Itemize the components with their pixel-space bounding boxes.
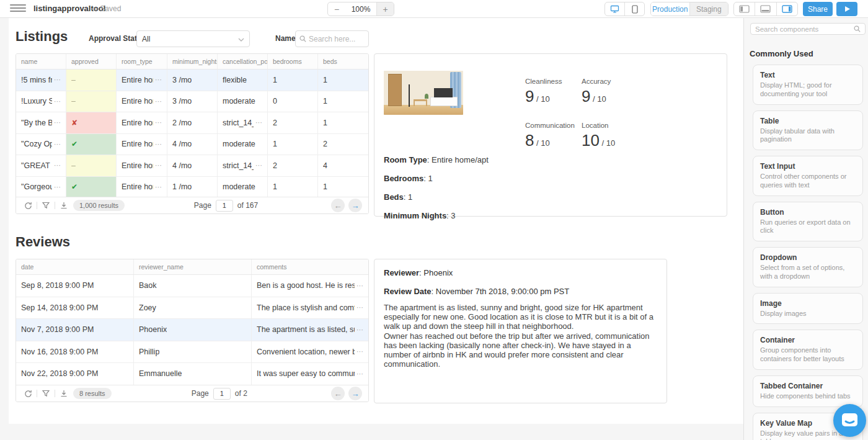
next-page-button[interactable]: → (348, 199, 362, 212)
review-row[interactable]: Sep 14, 2018 9:00 PMZoeyThe place is sty… (16, 297, 368, 320)
prev-page-button[interactable]: ← (331, 199, 345, 212)
cell-overflow-icon[interactable]: ⋯ (356, 326, 363, 334)
filter-icon[interactable] (40, 388, 51, 399)
component-card-dropdown[interactable]: DropdownSelect from a set of options, wi… (753, 247, 863, 287)
cell-bedrooms[interactable]: 2 (268, 155, 318, 176)
cell-room-type[interactable]: Entire home⋯ (117, 70, 167, 91)
cell-room-type[interactable]: Entire home⋯ (117, 155, 167, 176)
cell-cancellation-policy[interactable]: flexible (218, 70, 268, 91)
cell-overflow-icon[interactable]: ⋯ (155, 97, 162, 106)
component-card-tabbed-container[interactable]: Tabbed ContainerHide components behind t… (753, 375, 863, 407)
share-button[interactable]: Share (803, 2, 833, 16)
cell-date[interactable]: Nov 7, 2018 9:00 PM (16, 319, 134, 341)
cell-bedrooms[interactable]: 2 (268, 112, 318, 133)
cell-name[interactable]: !Luxury Stu⋯ (16, 91, 66, 112)
cell-overflow-icon[interactable]: ⋯ (255, 161, 262, 169)
run-button[interactable] (836, 2, 857, 16)
cell-beds[interactable]: 1 (318, 177, 368, 198)
cell-bedrooms[interactable]: 0 (268, 91, 318, 112)
refresh-icon[interactable] (22, 388, 33, 399)
cell-minimum-nights[interactable]: 3 /mo (167, 70, 218, 91)
next-page-button[interactable]: → (348, 387, 362, 400)
cell-reviewer-name[interactable]: Zoey (134, 297, 252, 319)
cell-minimum-nights[interactable]: 3 /mo (167, 91, 218, 112)
cell-overflow-icon[interactable]: ⋯ (356, 348, 363, 356)
download-icon[interactable] (58, 388, 69, 399)
cell-bedrooms[interactable]: 1 (268, 177, 318, 198)
hamburger-menu-icon[interactable] (10, 4, 26, 14)
cell-beds[interactable]: 1 (318, 112, 368, 133)
cell-room-type[interactable]: Entire home⋯ (117, 91, 167, 112)
component-card-table[interactable]: TableDisplay tabular data with paginatio… (753, 110, 863, 151)
column-header-cancellation_poli...[interactable]: cancellation_poli... (218, 54, 268, 69)
page-number-input[interactable] (216, 200, 233, 212)
mobile-view-button[interactable] (624, 2, 644, 16)
components-search-input[interactable] (755, 25, 854, 33)
staging-button[interactable]: Staging (689, 2, 728, 16)
cell-reviewer-name[interactable]: Phillip (134, 341, 252, 363)
component-card-text-input[interactable]: Text InputControl other components or qu… (753, 156, 863, 196)
cell-name[interactable]: "Gorgeous a⋯ (16, 177, 66, 198)
cell-beds[interactable]: 4 (318, 155, 368, 176)
column-header-beds[interactable]: beds (318, 54, 368, 69)
cell-overflow-icon[interactable]: ⋯ (155, 183, 162, 191)
cell-beds[interactable]: 1 (318, 91, 368, 112)
cell-overflow-icon[interactable]: ⋯ (155, 140, 162, 148)
review-row[interactable]: Nov 16, 2018 9:00 PMPhillipConvenient lo… (16, 341, 368, 364)
chat-support-button[interactable] (833, 404, 866, 437)
cell-reviewer-name[interactable]: Emmanuelle (134, 363, 252, 385)
refresh-icon[interactable] (22, 200, 33, 211)
listings-search-input[interactable] (309, 35, 363, 43)
cell-overflow-icon[interactable]: ⋯ (155, 161, 162, 169)
column-header-room_type[interactable]: room_type (117, 54, 167, 69)
cell-comments[interactable]: The place is stylish and comfortable.⋯ (252, 297, 368, 319)
cell-bedrooms[interactable]: 1 (268, 134, 318, 155)
cell-date[interactable]: Nov 16, 2018 9:00 PM (16, 341, 134, 363)
cell-date[interactable]: Nov 22, 2018 9:00 PM (16, 363, 134, 385)
cell-cancellation-policy[interactable]: moderate (218, 134, 268, 155)
column-header-reviewer_name[interactable]: reviewer_name (134, 259, 252, 274)
column-header-date[interactable]: date (16, 259, 134, 274)
cell-approved[interactable]: – (66, 91, 117, 112)
cell-beds[interactable]: 1 (318, 70, 368, 91)
cell-approved[interactable]: – (66, 155, 117, 176)
cell-room-type[interactable]: Entire home⋯ (117, 134, 167, 155)
cell-comments[interactable]: It was super easy to communicate wi⋯ (252, 363, 368, 385)
cell-beds[interactable]: 2 (318, 134, 368, 155)
desktop-view-button[interactable] (605, 2, 624, 16)
cell-name[interactable]: !5 mins fron⋯ (16, 70, 66, 91)
listing-row[interactable]: !Luxury Stu⋯–Entire home⋯3 /momoderate01 (16, 91, 368, 113)
cell-overflow-icon[interactable]: ⋯ (356, 282, 363, 290)
cell-reviewer-name[interactable]: Phoenix (134, 319, 252, 341)
cell-date[interactable]: Sep 8, 2018 9:00 PM (16, 275, 134, 297)
cell-room-type[interactable]: Entire home⋯ (117, 177, 167, 198)
component-card-container[interactable]: ContainerGroup components into container… (753, 330, 863, 370)
toggle-bottom-panel-button[interactable] (755, 2, 776, 16)
component-card-text[interactable]: TextDisplay HTML; good for documenting y… (753, 65, 863, 105)
cell-name[interactable]: "By the Bay⋯ (16, 112, 66, 133)
cell-comments[interactable]: Ben is a good host. He is responsive a⋯ (252, 275, 368, 297)
page-number-input[interactable] (213, 388, 231, 400)
prev-page-button[interactable]: ← (331, 387, 345, 400)
review-row[interactable]: Nov 22, 2018 9:00 PMEmmanuelleIt was sup… (16, 363, 368, 385)
listing-row[interactable]: "Cozy Oper⋯✔Entire home⋯4 /momoderate12 (16, 134, 368, 156)
column-header-comments[interactable]: comments (252, 259, 368, 274)
listing-row[interactable]: "By the Bay⋯✘Entire home⋯2 /mostrict_14_… (16, 112, 368, 134)
cell-cancellation-policy[interactable]: strict_14_w⋯ (218, 112, 268, 133)
toggle-left-panel-button[interactable] (734, 2, 755, 16)
cell-reviewer-name[interactable]: Baok (134, 275, 252, 297)
cell-overflow-icon[interactable]: ⋯ (155, 76, 162, 84)
cell-overflow-icon[interactable]: ⋯ (54, 183, 61, 191)
component-card-button[interactable]: ButtonRun queries or export data on clic… (753, 202, 863, 242)
cell-cancellation-policy[interactable]: moderate (218, 91, 268, 112)
cell-overflow-icon[interactable]: ⋯ (54, 140, 61, 148)
cell-minimum-nights[interactable]: 4 /mo (167, 134, 218, 155)
cell-approved[interactable]: – (66, 70, 117, 91)
approval-status-dropdown[interactable]: All (136, 30, 250, 47)
cell-room-type[interactable]: Entire home⋯ (117, 112, 167, 133)
cell-approved[interactable]: ✔ (66, 134, 117, 155)
listing-row[interactable]: !5 mins fron⋯–Entire home⋯3 /moflexible1… (16, 70, 368, 91)
cell-date[interactable]: Sep 14, 2018 9:00 PM (16, 297, 134, 319)
zoom-out-button[interactable]: − (328, 2, 345, 16)
zoom-in-button[interactable]: + (376, 2, 394, 16)
